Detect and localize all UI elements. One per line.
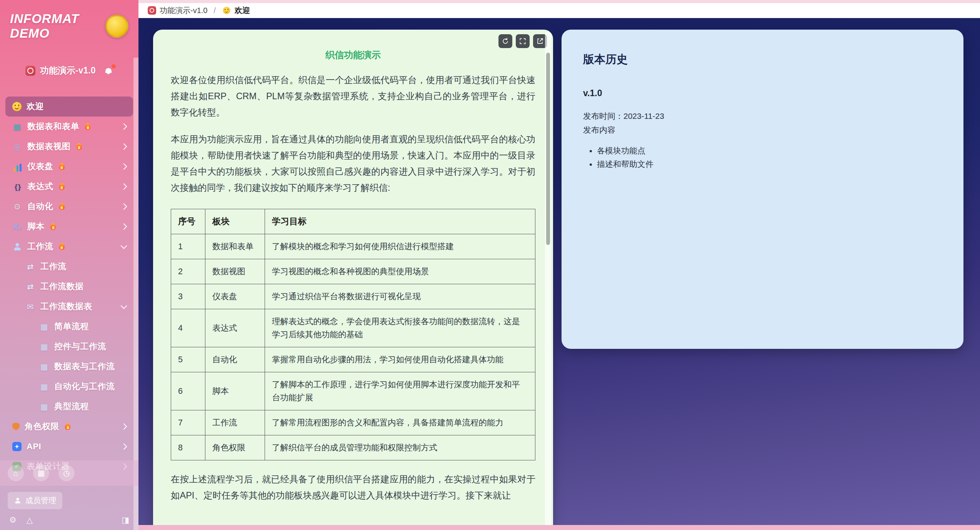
- sidebar-item-simple-flow[interactable]: ▦简单流程: [5, 317, 133, 337]
- table-cell: 2: [171, 259, 205, 284]
- shuffle-icon: ⇄: [25, 262, 35, 272]
- table-cell: 角色权限: [205, 435, 265, 460]
- sidebar-item-label: 工作流: [27, 241, 53, 252]
- fire-icon: [85, 123, 90, 130]
- chevron-right-icon: [121, 123, 127, 130]
- sidebar-item-table-workflow[interactable]: ▦数据表与工作流: [5, 357, 133, 377]
- doc-scrollbar-thumb[interactable]: [546, 53, 550, 245]
- app-title: 功能演示-v1.0: [40, 65, 95, 77]
- chevron-right-icon: [121, 143, 127, 150]
- breadcrumb-app[interactable]: 功能演示-v1.0: [148, 5, 207, 16]
- breadcrumb-separator: /: [213, 6, 216, 15]
- braces-icon: { }: [12, 182, 22, 192]
- sidebar-item-workflow[interactable]: 工作流: [5, 237, 133, 257]
- home-button[interactable]: ⌂: [8, 465, 24, 481]
- notifications-button[interactable]: [105, 68, 112, 73]
- member-management-button[interactable]: 成员管理: [8, 492, 62, 509]
- release-notes-list: 各模块功能点描述和帮助文件: [583, 144, 942, 171]
- apps-button[interactable]: ▦: [33, 465, 49, 481]
- sidebar-item-role-permission[interactable]: 角色权限: [5, 417, 133, 437]
- table-row: 1数据和表单了解模块的概念和学习如何使用织信进行模型搭建: [171, 234, 535, 259]
- chevron-right-icon: [121, 423, 127, 430]
- chevron-down-icon: [121, 303, 127, 309]
- sidebar-header: INFORMAT DEMO: [0, 0, 138, 41]
- person-icon: [12, 242, 22, 252]
- fire-icon: [77, 143, 82, 150]
- sidebar-item-label: 角色权限: [25, 421, 59, 432]
- sidebar-item-api[interactable]: API: [5, 437, 133, 457]
- table-cell: 了解常用流程图形的含义和配置内容，具备搭建简单流程的能力: [265, 410, 535, 435]
- sidebar: INFORMAT DEMO 功能演示-v1.0 欢迎▦数据表和表单◎数据表视图仪…: [0, 0, 138, 530]
- release-date-label: 发布时间：: [583, 112, 623, 120]
- table-header-row: 序号板块学习目标: [171, 209, 535, 234]
- fire-icon: [59, 183, 65, 190]
- chevron-down-icon: [121, 243, 127, 249]
- clock-icon: ◷: [63, 468, 70, 478]
- sidebar-item-tables-forms[interactable]: ▦数据表和表单: [5, 117, 133, 137]
- refresh-button[interactable]: [498, 34, 512, 48]
- sidebar-item-dashboard[interactable]: 仪表盘: [5, 157, 133, 177]
- shield-icon: [12, 423, 20, 431]
- sidebar-item-label: 控件与工作流: [54, 341, 106, 352]
- sidebar-item-label: 工作流数据: [40, 281, 84, 292]
- sidebar-item-workflow-data-table[interactable]: ✉工作流数据表: [5, 297, 133, 317]
- settings-gear-icon[interactable]: ⚙: [9, 515, 17, 525]
- table-cell: 脚本: [205, 372, 265, 410]
- sidebar-item-automation-workflow[interactable]: ▦自动化与工作流: [5, 377, 133, 397]
- workspace-avatar[interactable]: [105, 15, 128, 38]
- chevron-right-icon: [121, 223, 127, 230]
- script-icon: X₂: [12, 222, 22, 232]
- grid-icon: ▦: [39, 382, 49, 392]
- chevron-right-icon: [121, 163, 127, 170]
- table-cell: 仪表盘: [205, 284, 265, 309]
- release-date-value: 2023-11-23: [623, 112, 664, 120]
- doc-paragraph-1: 欢迎各位使用织信低代码平台。织信是一个企业级低代码平台，使用者可通过我们平台快速…: [171, 72, 535, 120]
- table-cell: 4: [171, 309, 205, 347]
- member-row: 成员管理: [0, 486, 138, 509]
- member-icon: [15, 498, 21, 503]
- fire-icon: [59, 163, 65, 170]
- release-note-item: 各模块功能点: [597, 144, 942, 157]
- table-cell: 掌握常用自动化步骤的用法，学习如何使用自动化搭建具体功能: [265, 347, 535, 372]
- app-icon-small: [148, 6, 156, 15]
- sidebar-item-workflow-sub[interactable]: ⇄工作流: [5, 257, 133, 277]
- upload-icon[interactable]: △: [27, 515, 33, 525]
- sidebar-item-label: 自动化: [27, 201, 53, 212]
- doc-paragraph-footer: 在按上述流程学习后，就已经具备了使用织信平台搭建应用的能力，在实操过程中如果对于…: [171, 471, 535, 503]
- table-cell: 表达式: [205, 309, 265, 347]
- table-cell: 学习视图的概念和各种视图的典型使用场景: [265, 259, 535, 284]
- fullscreen-button[interactable]: [516, 34, 530, 48]
- chevron-right-icon: [121, 203, 127, 210]
- dashboard-bars-icon: [12, 162, 22, 172]
- refresh-icon: [502, 37, 509, 45]
- collapse-sidebar-icon[interactable]: ◨: [122, 515, 129, 525]
- sidebar-item-welcome[interactable]: 欢迎: [5, 97, 133, 117]
- sidebar-item-automation[interactable]: ⚙自动化: [5, 197, 133, 217]
- table-icon: ▦: [12, 122, 22, 132]
- sidebar-item-script[interactable]: X₂脚本: [5, 217, 133, 237]
- mail-icon: ✉: [25, 302, 35, 312]
- breadcrumb-current[interactable]: 欢迎: [222, 5, 250, 16]
- version-history-card: 版本历史 v.1.0 发布时间：2023-11-23 发布内容 各模块功能点描述…: [562, 30, 963, 349]
- table-cell: 数据和表单: [205, 234, 265, 259]
- bell-icon: [105, 68, 112, 73]
- sidebar-item-widget-workflow[interactable]: ▦控件与工作流: [5, 337, 133, 357]
- table-row: 7工作流了解常用流程图形的含义和配置内容，具备搭建简单流程的能力: [171, 410, 535, 435]
- doc-scrollbar-track[interactable]: [545, 32, 551, 525]
- external-link-icon: [536, 37, 544, 45]
- sidebar-item-table-views[interactable]: ◎数据表视图: [5, 137, 133, 157]
- table-row: 8角色权限了解织信平台的成员管理功能和权限控制方式: [171, 435, 535, 460]
- grid-icon: ▦: [39, 342, 49, 352]
- table-row: 2数据视图学习视图的概念和各种视图的典型使用场景: [171, 259, 535, 284]
- grid-icon: ▦: [39, 402, 49, 412]
- table-row: 4表达式理解表达式的概念，学会使用表达式衔接各功能间的数据流转，这是学习后续其他…: [171, 309, 535, 347]
- grid-icon: ▦: [39, 362, 49, 372]
- sidebar-item-typical-flow[interactable]: ▦典型流程: [5, 397, 133, 417]
- sidebar-item-expression[interactable]: { }表达式: [5, 177, 133, 197]
- chevron-right-icon: [121, 443, 127, 450]
- card-actions: [498, 34, 547, 48]
- sidebar-item-workflow-data[interactable]: ⇄工作流数据: [5, 277, 133, 297]
- clock-button[interactable]: ◷: [58, 465, 75, 481]
- breadcrumb-page-label: 欢迎: [235, 5, 250, 16]
- sidebar-scrollbar[interactable]: [133, 58, 138, 530]
